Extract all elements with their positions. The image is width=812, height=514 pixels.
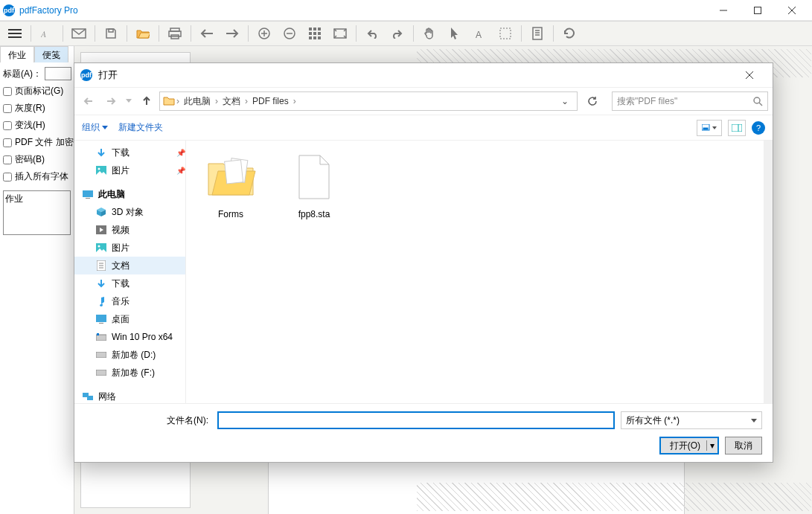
tree-label: Win 10 Pro x64	[112, 332, 173, 342]
help-icon[interactable]: ?	[752, 121, 765, 135]
nav-forward-icon[interactable]	[101, 91, 121, 111]
desktop-icon	[95, 313, 107, 325]
svg-rect-25	[318, 32, 321, 35]
encrypt-label: PDF 文件 加密	[15, 136, 74, 149]
note-icon[interactable]	[525, 23, 549, 44]
svg-marker-47	[712, 126, 717, 129]
gray-checkbox[interactable]	[3, 104, 12, 113]
file-type-filter[interactable]: 所有文件 (*.*)	[621, 411, 762, 429]
pin-icon: 📌	[176, 149, 185, 157]
svg-rect-22	[318, 28, 321, 30]
nav-back-icon[interactable]	[79, 91, 98, 111]
tree-downloads2[interactable]: 下载	[74, 274, 185, 292]
encrypt-checkbox[interactable]	[3, 138, 12, 147]
tree-pictures2[interactable]: 图片	[74, 239, 185, 257]
tree-vold[interactable]: 新加卷 (D:)	[74, 346, 185, 364]
tree-videos[interactable]: 视频	[74, 221, 185, 239]
open-icon[interactable]	[131, 23, 155, 44]
refresh-icon[interactable]	[581, 91, 604, 111]
svg-rect-74	[225, 160, 243, 184]
crumb-dropdown-icon[interactable]: ⌄	[556, 96, 574, 106]
tree-music[interactable]: 音乐	[74, 292, 185, 310]
zoomin-icon[interactable]	[252, 23, 276, 44]
scrollbar[interactable]	[764, 141, 773, 403]
chevron-right-icon: ›	[215, 96, 218, 106]
preview-pane-toggle[interactable]	[728, 120, 746, 136]
nav-recent-dropdown[interactable]	[124, 91, 134, 111]
bottom-margin-indicator	[417, 483, 811, 511]
tree-label: 音乐	[112, 295, 130, 308]
svg-rect-23	[309, 32, 312, 35]
svg-rect-28	[318, 36, 321, 39]
filename-input[interactable]	[217, 411, 615, 429]
print-icon[interactable]	[163, 23, 187, 44]
tab-notes[interactable]: 便笺	[34, 46, 68, 62]
svg-point-51	[98, 168, 100, 170]
password-checkbox[interactable]	[3, 155, 12, 164]
organize-dropdown[interactable]: 组织	[82, 121, 108, 134]
crumb-thispc[interactable]: 此电脑	[181, 95, 214, 108]
open-button-label: 打开(O)	[670, 440, 700, 452]
tree-3dobjects[interactable]: 3D 对象	[74, 203, 185, 221]
rotate-icon[interactable]	[557, 23, 581, 44]
title-input[interactable]	[45, 67, 71, 80]
svg-rect-32	[533, 28, 542, 39]
svg-rect-20	[309, 28, 312, 30]
open-button-dropdown[interactable]: ▾	[706, 440, 715, 451]
tree-win10drive[interactable]: Win 10 Pro x64	[74, 328, 185, 346]
jobs-box[interactable]: 作业	[3, 190, 71, 235]
undo-icon[interactable]	[360, 23, 384, 44]
thumbs-icon[interactable]	[303, 23, 327, 44]
tree-pictures[interactable]: 图片📌	[74, 161, 185, 179]
tree-documents[interactable]: 文档	[74, 257, 185, 274]
save-icon[interactable]	[99, 23, 123, 44]
tree-desktop[interactable]: 桌面	[74, 310, 185, 328]
new-folder-button[interactable]: 新建文件夹	[118, 121, 163, 134]
pointer-icon[interactable]	[443, 23, 467, 44]
search-input[interactable]: 搜索"PDF files"	[612, 91, 768, 111]
svg-rect-72	[87, 396, 93, 400]
text-icon[interactable]: A	[468, 23, 492, 44]
hand-icon[interactable]	[418, 23, 441, 44]
open-button[interactable]: 打开(O) ▾	[659, 437, 719, 454]
tree-downloads[interactable]: 下载📌	[74, 144, 185, 161]
tree-thispc[interactable]: 此电脑	[74, 185, 185, 203]
cancel-button[interactable]: 取消	[725, 437, 762, 454]
back-icon[interactable]	[195, 23, 219, 44]
close-button[interactable]	[775, 0, 809, 21]
file-item-sta[interactable]: fpp8.sta	[283, 150, 345, 219]
mail-icon[interactable]	[67, 23, 91, 44]
tree-label: 视频	[112, 224, 130, 237]
svg-marker-44	[102, 126, 108, 129]
nav-up-icon[interactable]	[137, 91, 156, 111]
pdf-icon[interactable]: 𝐴	[35, 23, 59, 44]
redo-icon[interactable]	[386, 23, 409, 44]
file-large-icon	[287, 150, 342, 205]
breadcrumb-bar[interactable]: › 此电脑 › 文档 › PDF files › ⌄	[159, 91, 578, 111]
select-icon[interactable]	[493, 23, 517, 44]
maximize-button[interactable]	[741, 0, 775, 21]
dialog-close-button[interactable]	[732, 65, 767, 86]
file-label: Forms	[218, 209, 243, 219]
folder-tree[interactable]: 下载📌 图片📌 此电脑 3D 对象 视频 图片 文档 下载 音乐 桌面 Win …	[74, 141, 186, 403]
menu-icon[interactable]	[3, 23, 27, 44]
view-mode-picker[interactable]	[697, 120, 722, 136]
crumb-documents[interactable]: 文档	[220, 95, 243, 108]
lighten-checkbox[interactable]	[3, 121, 12, 130]
forward-icon[interactable]	[220, 23, 244, 44]
file-list[interactable]: Forms fpp8.sta	[186, 141, 773, 403]
chevron-right-icon: ›	[245, 96, 248, 106]
svg-rect-24	[313, 32, 316, 35]
embed-checkbox[interactable]	[3, 173, 12, 181]
file-item-folder[interactable]: Forms	[199, 150, 262, 219]
zoomout-icon[interactable]	[278, 23, 301, 44]
tab-jobs[interactable]: 作业	[0, 46, 34, 62]
minimize-button[interactable]	[706, 0, 741, 21]
tree-volf[interactable]: 新加卷 (F:)	[74, 364, 185, 382]
filename-label: 文件名(N):	[85, 414, 211, 427]
tree-network[interactable]: 网络	[74, 388, 185, 403]
crumb-pdffiles[interactable]: PDF files	[249, 96, 292, 106]
pagemark-checkbox[interactable]	[3, 87, 12, 96]
fit-icon[interactable]	[328, 23, 352, 44]
svg-point-60	[98, 245, 100, 248]
